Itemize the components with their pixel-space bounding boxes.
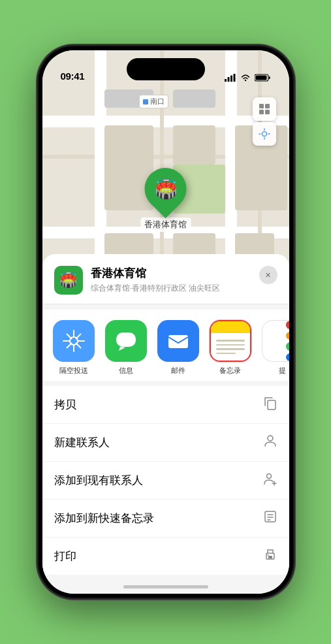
person-add-icon [263, 472, 277, 489]
svg-rect-3 [233, 74, 235, 82]
copy-icon [263, 396, 277, 413]
svg-point-17 [266, 474, 271, 479]
map-label: 南口 [139, 95, 168, 108]
svg-rect-13 [116, 332, 136, 347]
person-icon [263, 434, 277, 451]
bottom-sheet: 🏟️ 香港体育馆 综合体育馆·香港特别行政区 油尖旺区 × [42, 254, 289, 594]
share-item-airdrop[interactable]: 隔空投送 [53, 320, 95, 376]
stadium-marker: 🏟️ 香港体育馆 [140, 168, 191, 232]
close-button[interactable]: × [259, 266, 277, 284]
venue-subtitle: 综合体育馆·香港特别行政区 油尖旺区 [91, 283, 251, 294]
svg-point-16 [268, 436, 273, 441]
action-print[interactable]: 打印 [42, 538, 289, 575]
close-icon: × [265, 270, 270, 280]
more-icon [262, 320, 289, 362]
notes-label: 备忘录 [219, 366, 241, 376]
action-new-contact-label: 新建联系人 [54, 435, 110, 450]
svg-rect-6 [255, 76, 266, 80]
action-quick-note[interactable]: 添加到新快速备忘录 [42, 500, 289, 538]
svg-rect-0 [225, 79, 227, 82]
signal-icon [225, 74, 236, 82]
svg-point-21 [267, 555, 268, 556]
venue-info: 香港体育馆 综合体育馆·香港特别行政区 油尖旺区 [91, 266, 251, 294]
action-new-contact[interactable]: 新建联系人 [42, 424, 289, 462]
map-controls [253, 97, 276, 146]
location-button[interactable] [253, 122, 276, 146]
action-print-label: 打印 [54, 549, 76, 564]
svg-rect-1 [227, 77, 229, 82]
map-type-button[interactable] [253, 97, 276, 121]
svg-point-4 [244, 80, 245, 81]
mail-icon [157, 320, 199, 362]
action-quick-note-label: 添加到新快速备忘录 [54, 511, 154, 526]
more-label: 提 [279, 366, 286, 376]
share-row: 隔空投送 信息 [42, 310, 289, 381]
venue-icon: 🏟️ [54, 266, 83, 295]
action-list: 拷贝 新建联系人 [42, 386, 289, 575]
status-icons [225, 74, 271, 82]
svg-rect-9 [259, 110, 264, 114]
messages-icon [105, 320, 147, 362]
stadium-label: 香港体育馆 [140, 217, 191, 232]
svg-rect-20 [268, 556, 272, 558]
memo-icon [263, 509, 277, 527]
home-bar [123, 585, 208, 588]
status-time: 09:41 [61, 71, 85, 82]
share-item-notes[interactable]: 备忘录 [210, 320, 251, 376]
action-copy[interactable]: 拷贝 [42, 386, 289, 424]
svg-rect-8 [265, 104, 270, 108]
action-add-existing-label: 添加到现有联系人 [54, 473, 143, 488]
action-copy-label: 拷贝 [54, 397, 76, 412]
share-item-messages[interactable]: 信息 [105, 320, 147, 376]
share-item-more[interactable]: 提 [262, 320, 289, 376]
svg-rect-14 [168, 335, 188, 348]
battery-icon [255, 74, 271, 82]
stadium-pin: 🏟️ [136, 159, 195, 219]
wifi-icon [240, 74, 251, 82]
phone-frame: 09:41 [39, 46, 293, 598]
svg-rect-15 [268, 400, 276, 410]
svg-rect-7 [259, 104, 264, 108]
messages-label: 信息 [119, 366, 133, 376]
venue-name: 香港体育馆 [91, 266, 251, 281]
share-item-mail[interactable]: 邮件 [157, 320, 199, 376]
notes-icon [210, 320, 251, 362]
action-add-existing-contact[interactable]: 添加到现有联系人 [42, 462, 289, 500]
svg-point-11 [262, 132, 266, 137]
dynamic-island [127, 58, 205, 80]
airdrop-icon [53, 320, 95, 362]
svg-rect-10 [265, 110, 270, 114]
mail-label: 邮件 [171, 366, 185, 376]
phone-screen: 09:41 [42, 50, 289, 594]
print-icon [263, 547, 277, 565]
airdrop-label: 隔空投送 [59, 366, 88, 376]
svg-rect-2 [230, 76, 232, 82]
venue-header: 🏟️ 香港体育馆 综合体育馆·香港特别行政区 油尖旺区 × [42, 254, 289, 304]
